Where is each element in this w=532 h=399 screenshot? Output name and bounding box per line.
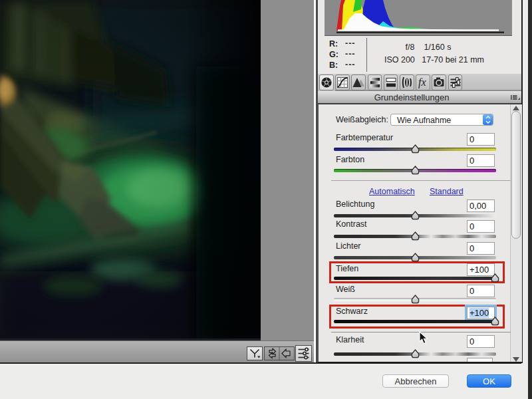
svg-text:fx: fx — [418, 76, 426, 88]
